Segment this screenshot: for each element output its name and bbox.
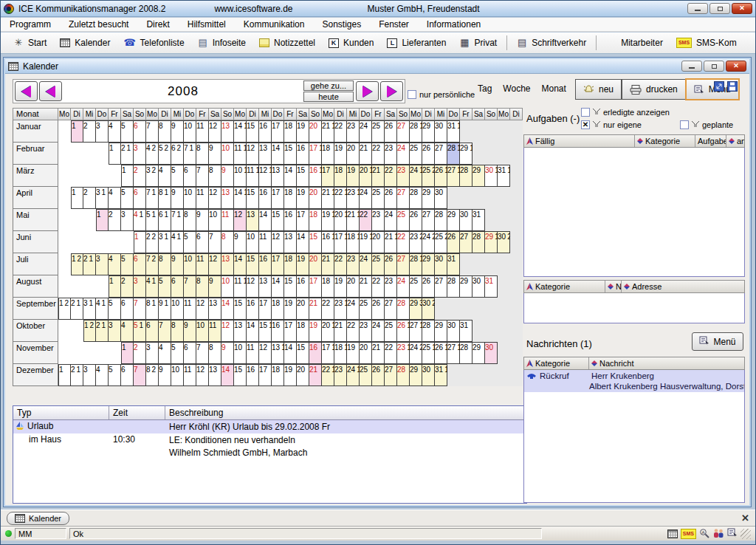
day-cell[interactable]: 2 [83, 187, 96, 209]
menu-item-programm[interactable]: Programm [10, 19, 51, 30]
day-cell[interactable]: 2 [134, 342, 146, 364]
day-cell[interactable]: 13 [272, 165, 284, 187]
day-cell[interactable]: 17 [309, 275, 322, 298]
day-cell[interactable]: 232 [410, 231, 422, 253]
day-cell[interactable]: 24 [347, 298, 360, 320]
day-cell[interactable]: 30 [472, 275, 485, 298]
day-cell[interactable]: 302 [422, 298, 435, 320]
day-cell[interactable]: 9 [221, 342, 234, 364]
taskbar-kalender-button[interactable]: Kalender [7, 512, 69, 525]
day-cell[interactable]: 15 [297, 342, 309, 364]
day-cell[interactable]: 10 [171, 298, 184, 320]
day-cell[interactable]: 14 [234, 253, 247, 275]
day-cell[interactable]: 71 [171, 209, 184, 231]
day-cell[interactable]: 29 [435, 320, 447, 342]
day-cell[interactable]: 72 [146, 253, 159, 275]
toolbar-item-infoseite[interactable]: Infoseite [191, 34, 252, 52]
day-cell[interactable]: 31 [159, 231, 171, 253]
day-cell[interactable]: 201 [360, 165, 372, 187]
day-cell[interactable]: 3 [134, 275, 146, 298]
day-cell[interactable]: 15 [272, 209, 284, 231]
day-cell[interactable]: 14 [284, 165, 297, 187]
day-cell[interactable]: 14 [259, 209, 272, 231]
day-cell[interactable]: 7 [196, 165, 209, 187]
toolbar-item-kunden[interactable]: KKunden [322, 34, 380, 52]
filter-checkbox[interactable] [581, 108, 590, 117]
day-cell[interactable]: 10 [247, 231, 259, 253]
day-cell[interactable]: 11 [196, 253, 209, 275]
day-cell[interactable]: 19 [347, 165, 360, 187]
day-cell[interactable]: 19 [284, 364, 297, 386]
day-cell[interactable]: 23 [334, 364, 347, 386]
day-cell[interactable]: 51 [146, 209, 159, 231]
menu-item-informationen[interactable]: Informationen [427, 19, 481, 30]
day-cell[interactable]: 281 [410, 253, 422, 275]
day-cell[interactable]: 16 [247, 364, 259, 386]
day-cell[interactable]: 261 [435, 342, 447, 364]
day-cell[interactable]: 29 [410, 364, 422, 386]
menu-item-direkt[interactable]: Direkt [146, 19, 169, 30]
day-cell[interactable]: 7 [159, 320, 171, 342]
day-cell[interactable]: 31 [460, 320, 472, 342]
day-cell[interactable]: 10 [234, 342, 247, 364]
day-cell[interactable]: 42 [146, 143, 159, 165]
day-cell[interactable]: 151 [259, 320, 272, 342]
calendar-status-icon[interactable] [667, 529, 678, 538]
day-cell[interactable]: 13 [234, 320, 247, 342]
day-cell[interactable]: 24 [385, 209, 397, 231]
day-cell[interactable]: 27 [460, 231, 472, 253]
day-cell[interactable]: 171 [334, 231, 347, 253]
day-cell[interactable]: 271 [447, 342, 460, 364]
day-cell[interactable]: 181 [347, 231, 360, 253]
day-cell[interactable]: 28 [460, 165, 472, 187]
day-cell[interactable]: 1 [71, 120, 83, 143]
message-row[interactable]: RückrufHerr KrukenbergAlbert Krukenberg … [524, 370, 744, 392]
day-cell[interactable]: 2 [134, 165, 146, 187]
column-header-typ[interactable]: Typ [13, 406, 109, 419]
toolbar-item-lieferanten[interactable]: LLieferanten [380, 34, 453, 52]
day-cell[interactable]: 13 [259, 275, 272, 298]
appointment-row[interactable]: UrlaubHerr Kröhl (KR) Urlaub bis 29.02.2… [13, 420, 526, 433]
day-cell[interactable]: 23 [385, 143, 397, 165]
day-cell[interactable]: 8 [221, 231, 234, 253]
day-cell[interactable]: 191 [322, 209, 334, 231]
day-cell[interactable]: 2 [109, 209, 121, 231]
day-cell[interactable]: 3 [83, 364, 96, 386]
day-cell[interactable]: 26 [447, 231, 460, 253]
day-cell[interactable]: 13 [221, 187, 234, 209]
day-cell[interactable]: 12 [209, 120, 221, 143]
day-cell[interactable]: 27 [435, 275, 447, 298]
day-cell[interactable]: 111 [234, 143, 247, 165]
day-cell[interactable]: 1 [109, 275, 121, 298]
day-cell[interactable]: 27 [422, 209, 435, 231]
day-cell[interactable]: 4 [159, 342, 171, 364]
menu-item-fenster[interactable]: Fenster [379, 19, 409, 30]
day-cell[interactable]: 10 [209, 209, 221, 231]
messages-menu-button[interactable]: Menü [692, 332, 743, 351]
search-status-icon[interactable]: A [699, 528, 709, 540]
day-cell[interactable]: 3 [121, 209, 134, 231]
day-cell[interactable]: 4 [109, 253, 121, 275]
day-cell[interactable]: 12 [196, 298, 209, 320]
day-cell[interactable]: 41 [171, 231, 184, 253]
day-cell[interactable]: 22 [322, 298, 334, 320]
toolbar-item-smskom[interactable]: SMSSMS-Kom [670, 34, 743, 52]
day-cell[interactable]: 24 [360, 187, 372, 209]
toolbar-item-start[interactable]: Start [7, 34, 53, 52]
day-cell[interactable]: 26 [422, 275, 435, 298]
day-cell[interactable]: 7 [134, 298, 146, 320]
day-cell[interactable]: 5 [121, 253, 134, 275]
prev-period-button[interactable] [39, 81, 62, 101]
day-cell[interactable]: 16 [284, 209, 297, 231]
day-cell[interactable]: 7 [184, 275, 196, 298]
day-cell[interactable]: 21 [96, 320, 109, 342]
day-cell[interactable]: 30 [485, 342, 498, 364]
day-cell[interactable]: 6 [196, 231, 209, 253]
day-cell[interactable]: 20 [372, 231, 385, 253]
day-cell[interactable]: 21 [71, 298, 83, 320]
day-cell[interactable]: 22 [372, 275, 385, 298]
day-cell[interactable]: 8 [159, 120, 171, 143]
day-cell[interactable]: 3 [96, 253, 109, 275]
day-cell[interactable]: 81 [146, 298, 159, 320]
day-cell[interactable]: 5 [171, 165, 184, 187]
